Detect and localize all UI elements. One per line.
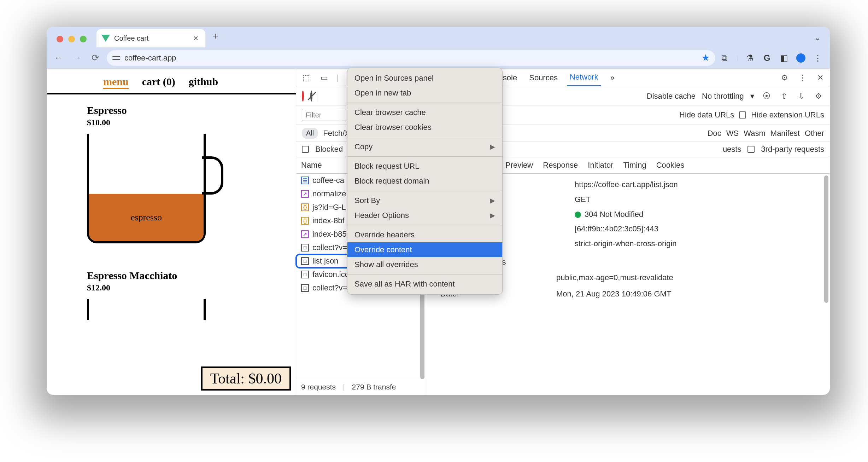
stylesheet-icon: ↗ xyxy=(301,230,309,238)
ctx-override-content[interactable]: Override content xyxy=(347,242,502,257)
script-icon: {} xyxy=(301,203,309,211)
cart-total[interactable]: Total: $0.00 xyxy=(201,366,291,391)
other-file-icon: □ xyxy=(301,257,309,265)
tab-strip: Coffee cart × + ⌄ xyxy=(47,27,830,47)
other-file-icon: □ xyxy=(301,284,309,292)
panel-console-partial[interactable]: sole xyxy=(500,70,520,86)
filter-other[interactable]: Other xyxy=(805,129,824,138)
devtools-menu-button[interactable]: ⋮ xyxy=(797,72,809,84)
devtools-settings-icon[interactable]: ⚙ xyxy=(779,72,790,84)
export-har-icon[interactable]: ⇩ xyxy=(796,90,807,102)
tab-cookies[interactable]: Cookies xyxy=(656,161,684,170)
site-settings-icon[interactable] xyxy=(112,54,120,62)
tab-initiator[interactable]: Initiator xyxy=(588,161,613,170)
filter-all[interactable]: All xyxy=(302,128,318,139)
filter-wasm[interactable]: Wasm xyxy=(744,129,766,138)
general-policy: strict-origin-when-cross-origin xyxy=(575,236,823,251)
filter-doc[interactable]: Doc xyxy=(708,129,721,138)
bookmark-star-icon[interactable]: ★ xyxy=(702,52,710,63)
reload-button[interactable]: ⟳ xyxy=(88,51,102,65)
tab-title: Coffee cart xyxy=(114,34,148,42)
general-url: https://coffee-cart.app/list.json xyxy=(575,177,823,192)
throttling-select[interactable]: No throttling ▾ xyxy=(702,92,754,101)
ctx-copy-submenu[interactable]: Copy▶ xyxy=(347,139,502,154)
browser-tab[interactable]: Coffee cart × xyxy=(96,29,205,47)
ctx-open-new-tab[interactable]: Open in new tab xyxy=(347,86,502,100)
panel-sources[interactable]: Sources xyxy=(526,70,561,86)
panel-network[interactable]: Network xyxy=(567,69,601,86)
nav-github[interactable]: github xyxy=(189,76,218,89)
clear-button[interactable] xyxy=(310,92,312,101)
tab-preview[interactable]: Preview xyxy=(505,161,533,170)
browser-toolbar-right: ⧉ | ⚗ G ◧ ⋮ xyxy=(720,53,825,63)
blocked-label[interactable]: Blocked xyxy=(315,145,343,154)
browser-menu-button[interactable]: ⋮ xyxy=(813,53,823,63)
extensions-icon[interactable]: ⧉ xyxy=(720,53,729,63)
site-nav: menu cart (0) github xyxy=(47,69,296,94)
network-conditions-icon[interactable]: ⦿ xyxy=(761,90,773,102)
inspect-element-icon[interactable]: ⬚ xyxy=(300,72,312,84)
filter-ws[interactable]: WS xyxy=(726,129,739,138)
content-area: menu cart (0) github Espresso $10.00 esp… xyxy=(47,69,830,395)
coffee-cup-graphic[interactable]: espresso xyxy=(87,134,222,250)
url-text: coffee-cart.app xyxy=(124,53,176,63)
fullscreen-window-button[interactable] xyxy=(80,36,87,42)
panel-more-button[interactable]: » xyxy=(608,70,617,86)
ctx-clear-cookies[interactable]: Clear browser cookies xyxy=(347,120,502,135)
product-espresso-macchiato: Espresso Macchiato $12.00 xyxy=(47,250,296,320)
disable-cache-label[interactable]: Disable cache xyxy=(647,92,696,101)
ctx-show-overrides[interactable]: Show all overrides xyxy=(347,257,502,272)
ctx-sort-by-submenu[interactable]: Sort By▶ xyxy=(347,193,502,208)
profile-avatar[interactable] xyxy=(796,53,806,63)
ctx-open-sources[interactable]: Open in Sources panel xyxy=(347,71,502,86)
ctx-block-domain[interactable]: Block request domain xyxy=(347,174,502,189)
network-settings-icon[interactable]: ⚙ xyxy=(813,90,824,102)
scrollbar[interactable] xyxy=(824,175,828,303)
ctx-override-headers[interactable]: Override headers xyxy=(347,227,502,242)
nav-menu[interactable]: menu xyxy=(103,76,129,89)
product-name: Espresso xyxy=(87,104,296,116)
back-button[interactable]: ← xyxy=(52,51,66,65)
filter-manifest[interactable]: Manifest xyxy=(770,129,800,138)
forward-button[interactable]: → xyxy=(70,51,84,65)
hide-ext-urls-checkbox[interactable] xyxy=(739,111,746,119)
stylesheet-icon: ↗ xyxy=(301,190,309,198)
cup-handle xyxy=(202,156,223,195)
request-summary: 9 requests | 279 B transfe xyxy=(296,379,426,395)
minimize-window-button[interactable] xyxy=(68,36,75,42)
product-price: $10.00 xyxy=(87,118,296,127)
other-file-icon: □ xyxy=(301,244,309,252)
url-field[interactable]: coffee-cart.app ★ xyxy=(107,50,715,66)
ctx-save-har[interactable]: Save all as HAR with content xyxy=(347,277,502,291)
tab-response[interactable]: Response xyxy=(543,161,578,170)
cup-fill-label: espresso xyxy=(89,194,204,241)
record-button[interactable] xyxy=(302,92,304,101)
tab-timing[interactable]: Timing xyxy=(623,161,646,170)
status-ok-icon xyxy=(575,212,581,218)
close-tab-button[interactable]: × xyxy=(191,33,200,43)
third-party-label[interactable]: 3rd-party requests xyxy=(761,145,824,154)
tabbar-overflow[interactable]: ⌄ xyxy=(805,33,830,47)
hide-data-urls-label[interactable]: Hide data URLs xyxy=(679,110,734,120)
close-window-button[interactable] xyxy=(57,36,63,42)
nav-cart[interactable]: cart (0) xyxy=(142,76,175,89)
ctx-block-url[interactable]: Block request URL xyxy=(347,159,502,174)
blocked-checkbox[interactable] xyxy=(302,146,309,153)
chevron-right-icon: ▶ xyxy=(490,143,495,151)
chevron-right-icon: ▶ xyxy=(490,212,495,219)
import-har-icon[interactable]: ⇧ xyxy=(779,90,790,102)
filter-fetch[interactable]: Fetch/X xyxy=(323,129,350,138)
device-toolbar-icon[interactable]: ▭ xyxy=(318,72,330,84)
experiments-icon[interactable]: ⚗ xyxy=(745,53,755,63)
google-icon[interactable]: G xyxy=(762,53,772,63)
ctx-header-options-submenu[interactable]: Header Options▶ xyxy=(347,208,502,223)
hide-ext-urls-label[interactable]: Hide extension URLs xyxy=(751,110,824,120)
side-panel-icon[interactable]: ◧ xyxy=(779,53,789,63)
new-tab-button[interactable]: + xyxy=(205,27,225,47)
summary-requests: 9 requests xyxy=(301,383,336,391)
devtools-close-button[interactable]: ✕ xyxy=(815,72,826,84)
separator: | xyxy=(737,55,738,61)
chevron-down-icon: ⌄ xyxy=(814,33,821,42)
ctx-clear-cache[interactable]: Clear browser cache xyxy=(347,105,502,120)
third-party-checkbox[interactable] xyxy=(747,146,755,153)
